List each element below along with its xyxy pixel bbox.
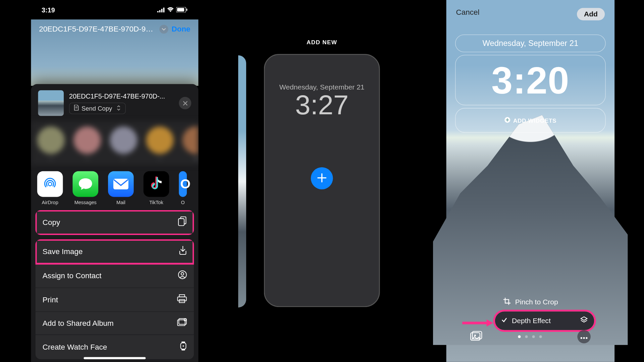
svg-rect-22 — [181, 349, 185, 350]
lockscreen-time: 3:20 — [491, 58, 570, 102]
airdrop-icon — [37, 171, 63, 197]
svg-rect-7 — [75, 106, 77, 107]
copy-icon — [178, 216, 187, 228]
plus-icon — [317, 171, 327, 186]
svg-rect-11 — [178, 219, 184, 226]
messages-icon — [72, 171, 98, 197]
page-dot — [532, 336, 535, 338]
time-widget-slot[interactable]: 3:20 — [455, 55, 606, 105]
lockscreen-date: Wednesday, September 21 — [482, 39, 578, 48]
page-dots[interactable] — [518, 336, 542, 338]
add-new-label: ADD NEW — [238, 39, 406, 46]
check-icon — [501, 317, 507, 325]
share-sheet: 20EDC1F5-D97E-47BE-970D-... Send Copy — [31, 84, 198, 362]
airdrop-contacts-row[interactable]: — — — — ta — [31, 121, 198, 165]
wifi-icon — [167, 6, 174, 13]
app-label: AirDrop — [42, 199, 58, 205]
action-assign-contact[interactable]: Assign to Contact — [36, 264, 194, 288]
print-icon — [177, 294, 187, 305]
action-copy[interactable]: Copy — [36, 210, 194, 235]
done-button[interactable]: Done — [172, 25, 191, 34]
document-icon — [74, 105, 79, 112]
svg-point-9 — [48, 182, 52, 186]
plus-circle-icon — [504, 117, 511, 124]
add-button[interactable]: Add — [577, 8, 605, 20]
svg-rect-2 — [161, 9, 162, 12]
preview-time: 3:27 — [295, 91, 348, 119]
add-widgets-slot[interactable]: ADD WIDGETS — [455, 108, 606, 133]
svg-point-28 — [474, 335, 476, 336]
app-other-peek[interactable]: O O — [179, 171, 187, 205]
filename-chevron-icon[interactable] — [159, 25, 168, 34]
battery-icon — [176, 6, 187, 13]
svg-rect-15 — [177, 297, 186, 301]
up-down-chevron-icon — [117, 105, 121, 112]
file-nav-row: 20EDC1F5-D97E-47BE-970D-9A... Done — [31, 25, 198, 34]
status-time: 3:19 — [42, 6, 55, 13]
svg-point-29 — [581, 337, 582, 339]
layers-icon — [580, 316, 588, 325]
svg-rect-3 — [163, 7, 164, 12]
other-app-icon: O — [179, 171, 187, 197]
date-widget-slot[interactable]: Wednesday, September 21 — [455, 35, 606, 52]
svg-rect-21 — [181, 342, 185, 343]
more-options-button[interactable] — [577, 330, 591, 344]
svg-rect-5 — [177, 8, 184, 11]
close-share-button[interactable] — [179, 97, 191, 109]
action-label: Copy — [43, 218, 60, 227]
callout-arrow — [462, 319, 493, 324]
home-indicator[interactable] — [84, 357, 146, 359]
shared-album-icon — [177, 318, 187, 328]
editor-bottom-bar — [446, 330, 615, 344]
ellipsis-icon — [581, 333, 588, 341]
app-label: Mail — [116, 199, 125, 205]
depth-effect-button[interactable]: Depth Effect — [495, 311, 594, 330]
prev-wallpaper-peek[interactable] — [238, 55, 246, 307]
svg-rect-10 — [113, 179, 128, 189]
send-copy-label: Send Copy — [82, 105, 112, 112]
share-filename: 20EDC1F5-D97E-47BE-970D-... — [69, 92, 174, 100]
file-thumbnail — [38, 90, 64, 116]
app-airdrop[interactable]: AirDrop — [37, 171, 63, 205]
photo-picker-button[interactable] — [470, 331, 483, 342]
status-icons — [157, 6, 188, 13]
mail-icon — [108, 171, 134, 197]
app-label: O — [181, 199, 185, 205]
action-save-image[interactable]: Save Image — [36, 239, 194, 264]
cancel-button[interactable]: Cancel — [456, 8, 480, 20]
action-label: Save Image — [43, 247, 83, 256]
svg-point-31 — [586, 337, 587, 339]
close-icon — [183, 99, 188, 107]
action-create-watch-face[interactable]: Create Watch Face — [36, 335, 194, 359]
add-wallpaper-button[interactable] — [311, 167, 333, 189]
pinch-label: Pinch to Crop — [515, 298, 558, 306]
watch-icon — [180, 341, 187, 353]
share-sheet-header: 20EDC1F5-D97E-47BE-970D-... Send Copy — [31, 84, 198, 119]
action-label: Create Watch Face — [43, 343, 107, 351]
svg-rect-1 — [159, 10, 161, 12]
svg-rect-0 — [157, 11, 159, 12]
app-messages[interactable]: Messages — [72, 171, 98, 205]
contact-icon — [178, 270, 187, 282]
ios-status-bar: 3:19 — [31, 0, 198, 19]
svg-point-13 — [181, 273, 184, 275]
app-mail[interactable]: Mail — [108, 171, 134, 205]
new-wallpaper-card[interactable]: Wednesday, September 21 3:27 — [264, 54, 380, 307]
add-widgets-label: ADD WIDGETS — [513, 117, 556, 124]
action-label: Print — [43, 295, 58, 304]
svg-point-23 — [183, 345, 184, 347]
tiktok-icon — [144, 171, 169, 197]
action-label: Add to Shared Album — [43, 319, 114, 327]
action-print[interactable]: Print — [36, 288, 194, 312]
crop-icon — [503, 297, 511, 307]
share-actions-list: Copy — [36, 210, 194, 235]
download-icon — [179, 246, 187, 258]
svg-point-30 — [583, 337, 585, 339]
page-dot — [525, 336, 528, 338]
page-dot — [539, 336, 542, 338]
phone-share-sheet: 3:19 20EDC1F5-D97E-47BE-970D-9A... Done — [31, 0, 198, 362]
app-tiktok[interactable]: TikTok — [144, 171, 169, 205]
action-add-shared-album[interactable]: Add to Shared Album — [36, 312, 194, 335]
send-copy-button[interactable]: Send Copy — [69, 103, 126, 114]
app-label: Messages — [74, 199, 97, 205]
